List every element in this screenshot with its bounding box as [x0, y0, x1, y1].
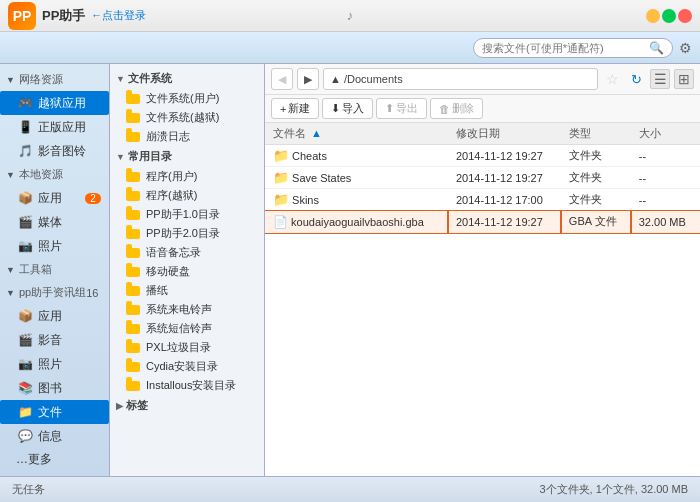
- network-section-header[interactable]: ▼ 网络资源: [0, 68, 109, 91]
- back-button[interactable]: ◀: [271, 68, 293, 90]
- file-date-cell: 2014-11-12 19:27: [448, 167, 561, 189]
- sidebar-item-media-local[interactable]: 🎬 媒体: [0, 210, 109, 234]
- pp-apps-icon: 📦: [16, 307, 34, 325]
- media-icon: 🎵: [16, 142, 34, 160]
- sidebar-item-pp-photos[interactable]: 📷 照片: [0, 352, 109, 376]
- col-type[interactable]: 类型: [561, 123, 631, 145]
- sidebar-item-pp-books[interactable]: 📚 图书: [0, 376, 109, 400]
- col-date[interactable]: 修改日期: [448, 123, 561, 145]
- sidebar-item-pp-messages[interactable]: 💬 信息: [0, 424, 109, 448]
- file-name-cell: 📁 Save States: [265, 167, 448, 189]
- refresh-icon[interactable]: ↻: [626, 69, 646, 89]
- mp-item-user-fs[interactable]: 文件系统(用户): [110, 89, 264, 108]
- mp-item-jb-progs[interactable]: 程序(越狱): [110, 186, 264, 205]
- pp-messages-icon: 💬: [16, 427, 34, 445]
- network-arrow-icon: ▼: [6, 75, 15, 85]
- login-link[interactable]: ←点击登录: [91, 8, 146, 23]
- mp-item-label: PXL垃圾目录: [146, 340, 211, 355]
- mp-item-pp2-dir[interactable]: PP助手2.0目录: [110, 224, 264, 243]
- mp-item-user-progs[interactable]: 程序(用户): [110, 167, 264, 186]
- sidebar-item-pp-media[interactable]: 🎬 影音: [0, 328, 109, 352]
- favorite-icon[interactable]: ☆: [602, 69, 622, 89]
- sidebar-item-jailbreak-apps[interactable]: 🎮 越狱应用: [0, 91, 109, 115]
- file-date-cell: 2014-11-12 17:00: [448, 189, 561, 211]
- file-size-cell: --: [631, 145, 700, 167]
- tags-section-header[interactable]: ▶ 标签: [110, 395, 264, 416]
- mp-item-pp1-dir[interactable]: PP助手1.0目录: [110, 205, 264, 224]
- search-input[interactable]: [482, 42, 649, 54]
- mp-item-jb-fs[interactable]: 文件系统(越狱): [110, 108, 264, 127]
- window-controls: [646, 9, 692, 23]
- folder-icon: [126, 324, 140, 334]
- table-row[interactable]: 📁 Cheats 2014-11-12 19:27 文件夹 --: [265, 145, 700, 167]
- folder-icon: [126, 305, 140, 315]
- sidebar-item-pp-files[interactable]: 📁 文件: [0, 400, 109, 424]
- sidebar-item-label: 文件: [38, 404, 62, 421]
- sidebar-item-label: 照片: [38, 356, 62, 373]
- list-view-icon[interactable]: ☰: [650, 69, 670, 89]
- pp-photos-icon: 📷: [16, 355, 34, 373]
- mp-item-pxl-trash[interactable]: PXL垃圾目录: [110, 338, 264, 357]
- col-size[interactable]: 大小: [631, 123, 700, 145]
- local-section-header[interactable]: ▼ 本地资源: [0, 163, 109, 186]
- sidebar-item-apps[interactable]: 📦 应用 2: [0, 186, 109, 210]
- sidebar-item-official-apps[interactable]: 📱 正版应用: [0, 115, 109, 139]
- sidebar-item-media[interactable]: 🎵 影音图铃: [0, 139, 109, 163]
- grid-view-icon[interactable]: ⊞: [674, 69, 694, 89]
- close-button[interactable]: [678, 9, 692, 23]
- new-icon: +: [280, 103, 286, 115]
- sidebar-item-photos[interactable]: 📷 照片: [0, 234, 109, 258]
- sidebar-item-label: 应用: [38, 190, 62, 207]
- sidebar-item-pp-apps[interactable]: 📦 应用: [0, 304, 109, 328]
- table-row[interactable]: 📁 Save States 2014-11-12 19:27 文件夹 --: [265, 167, 700, 189]
- mp-item-mobile-disk[interactable]: 移动硬盘: [110, 262, 264, 281]
- common-section-header[interactable]: ▼ 常用目录: [110, 146, 264, 167]
- import-label: 导入: [342, 101, 364, 116]
- mp-item-installous-dir[interactable]: Installous安装目录: [110, 376, 264, 395]
- tools-section-header[interactable]: ▼ 工具箱: [0, 258, 109, 281]
- pp-section-header[interactable]: ▼ pp助手资讯组 16: [0, 281, 109, 304]
- maximize-button[interactable]: [662, 9, 676, 23]
- folder-icon: [126, 210, 140, 220]
- sidebar-item-label: 影音: [38, 332, 62, 349]
- sidebar-item-label: …更多: [16, 451, 52, 468]
- fs-arrow-icon: ▼: [116, 74, 125, 84]
- export-button[interactable]: ⬆ 导出: [376, 98, 427, 119]
- status-left: 无任务: [12, 482, 45, 497]
- mp-item-label: PP助手1.0目录: [146, 207, 220, 222]
- pp-badge: 16: [86, 287, 98, 299]
- statusbar: 无任务 3个文件夹, 1个文件, 32.00 MB: [0, 476, 700, 502]
- folder-icon: [126, 381, 140, 391]
- forward-button[interactable]: ▶: [297, 68, 319, 90]
- sort-arrow-icon: ▲: [311, 127, 322, 139]
- col-filename[interactable]: 文件名 ▲: [265, 123, 448, 145]
- mp-item-crash-log[interactable]: 崩溃日志: [110, 127, 264, 146]
- apps-icon: 📦: [16, 189, 34, 207]
- filesystem-section-header[interactable]: ▼ 文件系统: [110, 68, 264, 89]
- sidebar-item-label: 媒体: [38, 214, 62, 231]
- mp-item-ringtone[interactable]: 系统来电铃声: [110, 300, 264, 319]
- import-button[interactable]: ⬇ 导入: [322, 98, 373, 119]
- search-icon[interactable]: 🔍: [649, 41, 664, 55]
- fs-label: 文件系统: [128, 71, 172, 86]
- tags-arrow-icon: ▶: [116, 401, 123, 411]
- mp-item-label: 播纸: [146, 283, 168, 298]
- file-type-cell: 文件夹: [561, 145, 631, 167]
- settings-icon[interactable]: ⚙: [679, 40, 692, 56]
- table-row[interactable]: 📄 koudaiyaoguailvbaoshi.gba 2014-11-12 1…: [265, 211, 700, 233]
- delete-button[interactable]: 🗑 删除: [430, 98, 483, 119]
- mp-item-sms-tone[interactable]: 系统短信铃声: [110, 319, 264, 338]
- mp-item-wallpaper[interactable]: 播纸: [110, 281, 264, 300]
- minimize-button[interactable]: [646, 9, 660, 23]
- new-button[interactable]: + 新建: [271, 98, 319, 119]
- mp-item-cydia-dir[interactable]: Cydia安装目录: [110, 357, 264, 376]
- music-icon: ♪: [347, 8, 354, 23]
- sidebar-item-pp-more[interactable]: …更多: [0, 448, 109, 471]
- mp-item-label: 移动硬盘: [146, 264, 190, 279]
- mp-item-voice-memo[interactable]: 语音备忘录: [110, 243, 264, 262]
- mp-item-label: 系统短信铃声: [146, 321, 212, 336]
- file-type-cell: GBA 文件: [561, 211, 631, 233]
- file-table: 文件名 ▲ 修改日期 类型 大小 📁 Cheats 2014-11-12 19:…: [265, 123, 700, 476]
- table-row[interactable]: 📁 Skins 2014-11-12 17:00 文件夹 --: [265, 189, 700, 211]
- pp-files-icon: 📁: [16, 403, 34, 421]
